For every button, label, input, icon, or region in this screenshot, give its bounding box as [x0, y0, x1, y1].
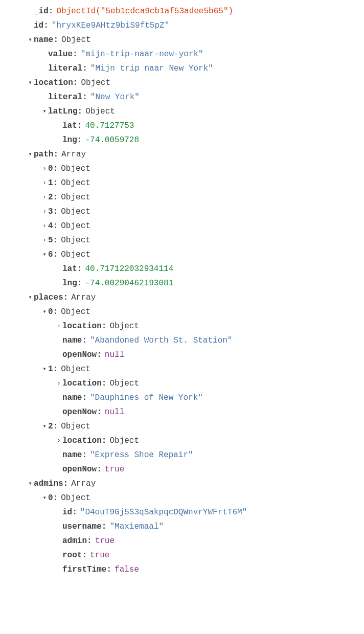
chevron-right-icon[interactable]: › [55, 321, 62, 332]
field-value: Object [61, 247, 90, 262]
chevron-down-icon[interactable]: ▾ [41, 421, 48, 432]
field-key: 1 [48, 362, 53, 376]
field-value: true [105, 462, 124, 477]
tree-row[interactable]: lng:-74.00290462193081 [0, 276, 364, 290]
tree-row[interactable]: openNow:null [0, 405, 364, 419]
colon: : [102, 519, 107, 534]
tree-row[interactable]: ▾admins:Array [0, 477, 364, 491]
chevron-right-icon[interactable]: › [55, 436, 62, 446]
chevron-right-icon[interactable]: › [41, 178, 48, 189]
chevron-down-icon[interactable]: ▾ [41, 250, 48, 260]
chevron-right-icon[interactable]: › [55, 378, 62, 389]
tree-row[interactable]: ›3:Object [0, 205, 364, 219]
tree-row[interactable]: value:"mijn-trip-naar-new-york" [0, 47, 364, 61]
tree-row[interactable]: lat:40.7127753 [0, 119, 364, 133]
colon: : [53, 362, 58, 376]
tree-row[interactable]: ›4:Object [0, 219, 364, 233]
chevron-down-icon[interactable]: ▾ [27, 292, 34, 303]
tree-row[interactable]: ›location:Object [0, 434, 364, 448]
tree-row[interactable]: root:true [0, 548, 364, 562]
field-key: username [62, 519, 102, 534]
field-value: Object [61, 162, 90, 176]
chevron-down-icon[interactable]: ▾ [41, 106, 48, 117]
tree-row[interactable]: ›location:Object [0, 376, 364, 391]
tree-row[interactable]: username:"Maxiemaal" [0, 519, 364, 534]
tree-row[interactable]: id:"hryxKEe9AHtz9biS9ft5pZ" [0, 18, 364, 33]
field-key: id [62, 505, 72, 519]
field-key: 0 [48, 162, 53, 176]
colon: : [82, 448, 87, 462]
field-key: name [62, 333, 82, 348]
field-key: latLng [48, 104, 78, 119]
tree-row[interactable]: id:"D4ouT9Gj5S3qSakpqcDQWnvrYWFrtT6M" [0, 505, 364, 519]
colon: : [53, 219, 58, 233]
field-key: 6 [48, 247, 53, 262]
tree-row[interactable]: openNow:null [0, 348, 364, 362]
field-key: location [62, 434, 102, 448]
tree-row[interactable]: ▾1:Object [0, 362, 364, 376]
tree-row[interactable]: name:"Abandoned Worth St. Station" [0, 333, 364, 348]
tree-row[interactable]: ▾location:Object [0, 76, 364, 90]
colon: : [53, 233, 58, 247]
tree-row[interactable]: _id:ObjectId("5eb1cdca9cb1af53adee5b65") [0, 4, 364, 18]
field-key: 2 [48, 419, 53, 434]
colon: : [72, 505, 77, 519]
tree-row[interactable]: ▾6:Object [0, 247, 364, 262]
chevron-down-icon[interactable]: ▾ [41, 493, 48, 504]
field-key: literal [48, 90, 82, 104]
chevron-down-icon[interactable]: ▾ [41, 364, 48, 375]
tree-row[interactable]: lat:40.717122032934114 [0, 262, 364, 276]
chevron-down-icon[interactable]: ▾ [27, 35, 34, 46]
field-key: firstTime [62, 562, 106, 577]
field-value: 40.7127753 [85, 119, 134, 133]
field-key: lat [62, 119, 77, 133]
field-value: true [90, 548, 109, 562]
chevron-right-icon[interactable]: › [41, 235, 48, 246]
tree-row[interactable]: admin:true [0, 534, 364, 548]
tree-row[interactable]: firstTime:false [0, 562, 364, 577]
colon: : [106, 562, 111, 577]
field-key: 3 [48, 205, 53, 219]
tree-row[interactable]: ›0:Object [0, 162, 364, 176]
tree-row[interactable]: literal:"New York" [0, 90, 364, 104]
tree-row[interactable]: lng:-74.0059728 [0, 133, 364, 147]
colon: : [102, 319, 107, 333]
tree-row[interactable]: ▾latLng:Object [0, 104, 364, 119]
field-key: admins [34, 477, 63, 491]
chevron-right-icon[interactable]: › [41, 192, 48, 203]
chevron-down-icon[interactable]: ▾ [41, 307, 48, 318]
tree-row[interactable]: literal:"Mijn trip naar New York" [0, 61, 364, 76]
chevron-down-icon[interactable]: ▾ [27, 149, 34, 160]
tree-row[interactable]: ▾0:Object [0, 305, 364, 319]
tree-row[interactable]: openNow:true [0, 462, 364, 477]
chevron-right-icon[interactable]: › [41, 221, 48, 232]
field-value: -74.0059728 [85, 133, 139, 147]
tree-row[interactable]: ›2:Object [0, 190, 364, 205]
tree-row[interactable]: ▾places:Array [0, 290, 364, 305]
tree-row[interactable]: ▾2:Object [0, 419, 364, 434]
field-key: value [48, 47, 73, 61]
tree-row[interactable]: name:"Express Shoe Repair" [0, 448, 364, 462]
chevron-right-icon[interactable]: › [41, 207, 48, 217]
tree-row[interactable]: ▾path:Array [0, 147, 364, 162]
colon: : [97, 348, 102, 362]
colon: : [63, 290, 69, 305]
field-value: Object [109, 376, 139, 391]
field-key: name [34, 33, 53, 47]
tree-row[interactable]: ▾name:Object [0, 33, 364, 47]
tree-row[interactable]: ›5:Object [0, 233, 364, 247]
colon: : [97, 405, 102, 419]
chevron-down-icon[interactable]: ▾ [27, 479, 34, 489]
colon: : [49, 4, 54, 18]
field-key: root [62, 548, 82, 562]
tree-row[interactable]: name:"Dauphines of New York" [0, 391, 364, 405]
field-value: Object [61, 219, 90, 233]
tree-row[interactable]: ›location:Object [0, 319, 364, 333]
tree-row[interactable]: ›1:Object [0, 176, 364, 190]
tree-row[interactable]: ▾0:Object [0, 491, 364, 505]
field-key: openNow [62, 405, 97, 419]
field-key: 4 [48, 219, 53, 233]
colon: : [53, 33, 58, 47]
chevron-down-icon[interactable]: ▾ [27, 78, 34, 88]
chevron-right-icon[interactable]: › [41, 164, 48, 174]
